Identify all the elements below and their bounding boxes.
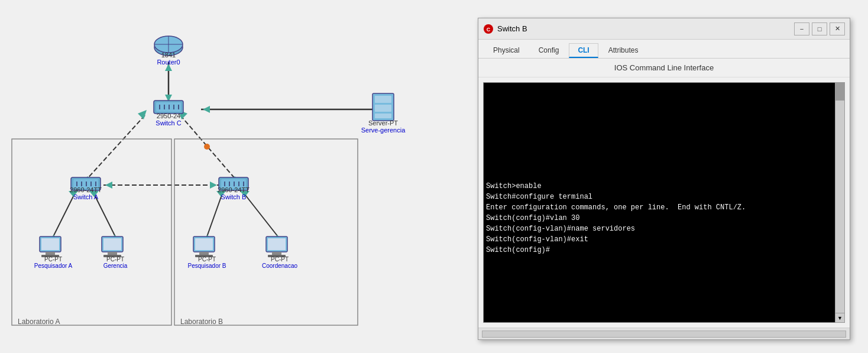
svg-line-16 <box>53 195 74 237</box>
dialog-title-text: Switch B <box>497 24 794 33</box>
cli-header: IOS Command Line Interface <box>478 59 850 77</box>
svg-text:C: C <box>487 27 491 33</box>
svg-rect-54 <box>375 96 391 103</box>
network-diagram: 1841 Router0 2950-24 Switch C 2960-24TT … <box>0 0 461 353</box>
pc-pesquisador-a-sublabel: Pesquisador A <box>34 263 73 269</box>
switcha-sublabel: Switch A <box>73 193 99 200</box>
cli-scrollbar[interactable]: ▼ <box>835 83 844 322</box>
svg-line-25 <box>245 195 278 237</box>
server-label: Server-PT <box>368 119 398 127</box>
svg-rect-73 <box>12 139 171 325</box>
cli-output: Switch>enable Switch#configure terminal … <box>486 85 833 320</box>
cisco-icon: C <box>483 24 494 34</box>
dialog-bottom-bar <box>478 328 850 339</box>
svg-line-22 <box>207 195 222 237</box>
svg-rect-59 <box>46 252 55 255</box>
svg-rect-63 <box>108 252 117 255</box>
switcha-label: 2960-24TT <box>70 186 102 193</box>
svg-rect-71 <box>272 252 281 255</box>
svg-marker-15 <box>210 182 217 189</box>
maximize-button[interactable]: □ <box>812 22 827 35</box>
dialog-content: IOS Command Line Interface Switch>enable… <box>478 59 850 328</box>
pc-pesquisador-b-label: PC-PT <box>198 256 216 263</box>
pc-coordenacao-label: PC-PT <box>271 256 289 263</box>
dialog-titlebar: C Switch B − □ ✕ <box>478 18 850 40</box>
tab-physical[interactable]: Physical <box>484 43 529 58</box>
svg-line-19 <box>95 195 115 237</box>
switchb-sublabel: Switch B <box>221 193 247 200</box>
svg-marker-14 <box>105 182 112 189</box>
pc-gerencia-sublabel: Gerencia <box>103 263 128 269</box>
svg-rect-58 <box>41 238 59 250</box>
svg-rect-67 <box>199 252 209 255</box>
tab-cli[interactable]: CLI <box>569 43 598 58</box>
svg-marker-11 <box>203 106 210 113</box>
tab-attributes[interactable]: Attributes <box>600 43 647 58</box>
dialog-tabs: Physical Config CLI Attributes <box>478 40 850 59</box>
svg-rect-74 <box>174 139 358 325</box>
router-label: 1841 <box>161 51 176 59</box>
switchc-sublabel: Switch C <box>156 119 181 127</box>
switchc-label: 2950-24 <box>157 112 180 119</box>
lab-a-label: Laboratorio A <box>18 318 60 326</box>
svg-rect-56 <box>375 114 391 118</box>
svg-rect-70 <box>268 238 286 250</box>
dialog-window-controls: − □ ✕ <box>794 22 845 35</box>
close-button[interactable]: ✕ <box>830 22 845 35</box>
pc-gerencia-label: PC-PT <box>106 256 124 263</box>
horizontal-scrollbar[interactable] <box>482 331 846 338</box>
pc-coordenacao-sublabel: Coordenacao <box>262 263 297 269</box>
tab-config[interactable]: Config <box>530 43 568 58</box>
svg-rect-55 <box>375 105 391 112</box>
svg-rect-62 <box>103 238 121 250</box>
svg-line-3 <box>86 115 145 180</box>
switch-b-dialog: C Switch B − □ ✕ Physical Config CLI Att… <box>478 18 850 340</box>
router-sublabel: Router0 <box>157 59 180 66</box>
svg-rect-66 <box>195 238 213 250</box>
scrollbar-arrow-down[interactable]: ▼ <box>835 313 844 322</box>
minimize-button[interactable]: − <box>794 22 809 35</box>
switchb-label: 2960-24TT <box>218 186 250 193</box>
server-sublabel: Serve-gerencia <box>361 127 406 134</box>
cli-terminal-area[interactable]: Switch>enable Switch#configure terminal … <box>483 82 845 323</box>
pc-pesquisador-a-label: PC-PT <box>44 256 62 263</box>
lab-b-label: Laboratorio B <box>180 318 223 326</box>
svg-point-9 <box>204 144 210 150</box>
scrollbar-thumb <box>835 83 844 101</box>
pc-pesquisador-b-sublabel: Pesquisador B <box>187 263 226 269</box>
